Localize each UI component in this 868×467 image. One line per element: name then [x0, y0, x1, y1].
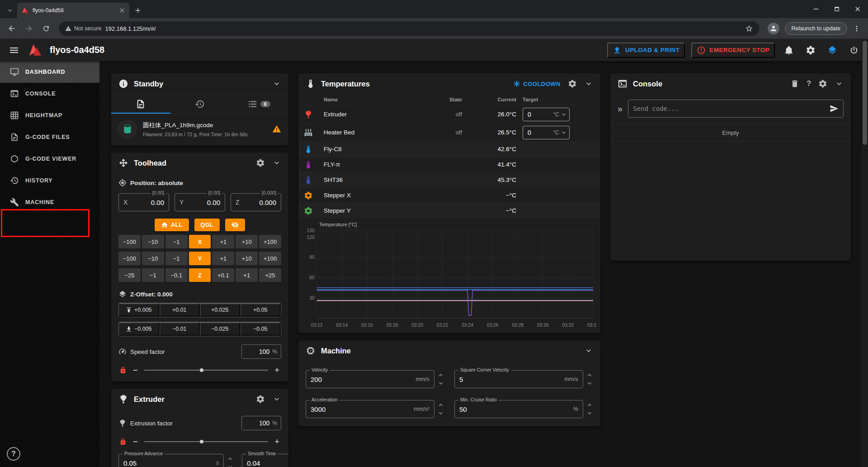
z-offset-up-0-05[interactable]: +0.05 [241, 303, 281, 317]
power-icon[interactable] [846, 43, 862, 58]
increment-chevron-icon[interactable] [586, 401, 593, 409]
collapse-chevron-icon[interactable] [584, 79, 593, 88]
clear-console-trash-icon[interactable] [790, 79, 799, 88]
extrusion-decrease-button[interactable]: − [132, 438, 139, 446]
url-text[interactable]: 192.168.1.125/m/#/ [105, 25, 741, 32]
home-all-button[interactable]: ALL [155, 219, 189, 231]
decrement-chevron-icon[interactable] [437, 410, 444, 417]
square-corner-velocity-input[interactable]: Square Corner Velocity mm/s [454, 370, 583, 388]
security-label[interactable]: Not secure [74, 25, 101, 32]
browser-menu-icon[interactable] [850, 24, 863, 33]
jog-y-plus-1[interactable]: +1 [212, 252, 234, 265]
speed-factor-slider[interactable] [144, 370, 269, 371]
jog-z-plus-25[interactable]: +25 [259, 268, 281, 282]
help-fab-button[interactable]: ? [7, 447, 20, 461]
z-offset-up-0-025[interactable]: +0.025 [200, 303, 241, 317]
panel-settings-icon[interactable] [256, 395, 265, 404]
lock-icon[interactable] [119, 438, 127, 445]
send-icon[interactable] [830, 104, 839, 113]
jog-x-plus-1[interactable]: +1 [212, 235, 234, 248]
jog-z-minus-0-1[interactable]: −0.1 [165, 268, 188, 282]
extruder-target-input[interactable]: °C [523, 108, 570, 121]
tab-jobs[interactable] [111, 95, 170, 114]
increment-chevron-icon[interactable] [437, 401, 444, 409]
jog-x-minus-1[interactable]: −1 [165, 235, 188, 248]
new-tab-button[interactable] [129, 3, 146, 18]
decrement-chevron-icon[interactable] [586, 380, 593, 387]
jog-x-minus-100[interactable]: −100 [118, 235, 141, 248]
reload-button[interactable] [39, 21, 53, 36]
increment-chevron-icon[interactable] [586, 372, 593, 379]
forward-button[interactable] [22, 21, 36, 36]
decrement-chevron-icon[interactable] [226, 463, 234, 467]
window-maximize-button[interactable] [826, 0, 847, 18]
sidebar-item-dashboard[interactable]: DASHBOARD [0, 61, 99, 83]
speed-factor-input[interactable]: 100 % [241, 344, 281, 359]
sidebar-item-history[interactable]: HISTORY [0, 170, 99, 191]
notifications-bell-icon[interactable] [781, 43, 797, 58]
settings-gear-icon[interactable] [803, 43, 818, 58]
collapse-chevron-icon[interactable] [272, 158, 281, 167]
sidebar-item-gcode-files[interactable]: G-CODE FILES [0, 126, 99, 148]
y-position-input[interactable]: [0.00] Y 0.00 [175, 193, 225, 211]
decrement-chevron-icon[interactable] [586, 410, 593, 417]
jog-y-plus-100[interactable]: +100 [259, 252, 281, 265]
upload-print-button[interactable]: UPLOAD & PRINT [607, 43, 685, 58]
relaunch-update-button[interactable]: Relaunch to update [785, 22, 847, 35]
z-offset-up-0-01[interactable]: +0.01 [160, 303, 200, 317]
heater-bed-target-input[interactable]: °C [523, 126, 570, 139]
window-minimize-button[interactable] [806, 0, 826, 18]
page-scrollbar[interactable] [862, 39, 868, 467]
z-offset-up-0-005[interactable]: +0.005 [119, 303, 160, 317]
jog-y-axis-label[interactable]: Y [189, 252, 211, 265]
gcode-file-row[interactable]: 圆柱体_PLA_1h9m.gcode Filament: 23.83 m / 7… [111, 114, 288, 145]
jog-y-minus-1[interactable]: −1 [165, 252, 188, 265]
z-offset-down-0-01[interactable]: −0.01 [160, 322, 200, 336]
cooldown-button[interactable]: COOLDOWN [513, 80, 561, 87]
tab-queue[interactable]: 0 [229, 95, 288, 114]
jog-z-minus-25[interactable]: −25 [118, 268, 141, 282]
help-icon[interactable]: ? [807, 80, 811, 88]
collapse-chevron-icon[interactable] [584, 346, 593, 355]
speed-decrease-button[interactable]: − [132, 366, 139, 374]
console-input[interactable] [633, 105, 830, 112]
presets-chevron-icon[interactable] [560, 129, 567, 136]
tab-search-icon[interactable] [3, 3, 17, 18]
console-input-box[interactable] [628, 100, 844, 118]
panel-settings-icon[interactable] [818, 79, 827, 88]
jog-x-plus-10[interactable]: +10 [236, 235, 258, 248]
profile-avatar[interactable] [768, 23, 779, 34]
speed-increase-button[interactable]: + [274, 366, 280, 374]
sidebar-item-heightmap[interactable]: HEIGHTMAP [0, 105, 99, 126]
extrusion-factor-input[interactable]: 100 % [241, 416, 281, 430]
tab-close-icon[interactable] [118, 7, 126, 14]
extrusion-increase-button[interactable]: + [274, 438, 280, 446]
min-cruise-ratio-input[interactable]: Min. Cruise Ratio % [454, 400, 583, 418]
qgl-button[interactable]: QGL [194, 219, 220, 231]
collapse-chevron-icon[interactable] [835, 79, 844, 88]
panel-settings-icon[interactable] [568, 79, 577, 88]
jog-z-plus-1[interactable]: +1 [236, 268, 258, 282]
z-position-input[interactable]: [0.000] Z 0.000 [231, 193, 281, 211]
address-bar[interactable]: Not secure 192.168.1.125/m/#/ [59, 21, 760, 36]
hamburger-menu-icon[interactable] [6, 43, 22, 58]
decrement-chevron-icon[interactable] [437, 380, 444, 387]
bookmark-star-icon[interactable] [745, 24, 753, 33]
x-position-input[interactable]: [0.00] X 0.00 [118, 193, 169, 211]
collapse-chevron-icon[interactable] [272, 395, 281, 404]
panel-settings-icon[interactable] [256, 158, 265, 167]
jog-x-minus-10[interactable]: −10 [142, 235, 164, 248]
collapse-chevron-icon[interactable] [272, 79, 281, 88]
back-button[interactable] [5, 21, 19, 36]
slider-thumb[interactable] [200, 440, 203, 443]
jog-x-axis-label[interactable]: X [189, 235, 211, 248]
window-close-button[interactable] [847, 0, 868, 18]
z-offset-down-0-025[interactable]: −0.025 [200, 322, 241, 336]
jog-y-minus-100[interactable]: −100 [118, 252, 141, 265]
scrollbar-thumb[interactable] [863, 41, 867, 145]
acceleration-input[interactable]: Acceleration mm/s² [306, 400, 434, 418]
jog-z-axis-label[interactable]: Z [189, 268, 211, 282]
jog-z-minus-1[interactable]: −1 [142, 268, 164, 282]
jog-y-minus-10[interactable]: −10 [142, 252, 164, 265]
klipper-layers-icon[interactable] [825, 43, 840, 58]
